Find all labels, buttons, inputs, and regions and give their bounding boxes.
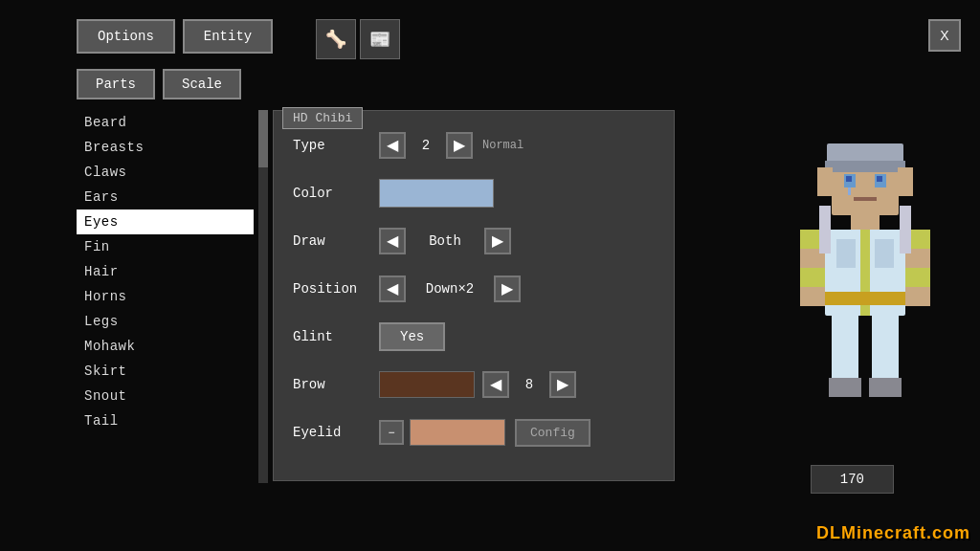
draw-label: Draw — [293, 233, 379, 249]
sidebar-item-skirt[interactable]: Skirt — [77, 359, 254, 384]
close-button[interactable]: X — [928, 19, 961, 52]
sidebar-item-fin[interactable]: Fin — [77, 234, 254, 259]
draw-value: Both — [412, 233, 479, 249]
type-next-button[interactable]: ▶ — [446, 132, 473, 159]
type-label: Type — [293, 138, 379, 153]
eyelid-color-swatch[interactable] — [410, 419, 505, 446]
sidebar-item-claws[interactable]: Claws — [77, 160, 254, 185]
parts-button[interactable]: Parts — [77, 69, 155, 99]
thumbnail-area: 🦴 📰 — [316, 19, 400, 59]
scale-button[interactable]: Scale — [163, 69, 241, 99]
type-prev-button[interactable]: ◀ — [379, 132, 406, 159]
scrollbar-thumb[interactable] — [258, 110, 268, 167]
svg-rect-9 — [817, 167, 833, 196]
eyelid-controls: − Config — [379, 419, 590, 447]
sidebar-item-eyes[interactable]: Eyes — [77, 209, 254, 234]
svg-rect-29 — [836, 239, 856, 268]
watermark: DLMinecraft.com — [816, 523, 970, 543]
svg-rect-13 — [851, 215, 880, 230]
svg-rect-30 — [875, 239, 894, 268]
color-row: Color — [293, 176, 655, 210]
character-preview — [779, 143, 951, 469]
position-row: Position ◀ Down×2 ▶ — [293, 272, 655, 306]
glint-row: Glint Yes — [293, 320, 655, 354]
position-prev-button[interactable]: ◀ — [379, 276, 406, 302]
entity-button[interactable]: Entity — [183, 19, 273, 54]
type-value: 2 — [412, 138, 440, 153]
sidebar: Beard Breasts Claws Ears Eyes Fin Hair H… — [77, 110, 254, 433]
brow-prev-button[interactable]: ◀ — [482, 371, 509, 398]
svg-rect-22 — [905, 268, 930, 287]
top-nav: Options Entity — [77, 19, 273, 54]
sidebar-item-mohawk[interactable]: Mohawk — [77, 334, 254, 359]
sidebar-item-hair[interactable]: Hair — [77, 259, 254, 284]
config-button[interactable]: Config — [515, 419, 590, 447]
sidebar-item-horns[interactable]: Horns — [77, 284, 254, 309]
brow-spinner: ◀ 8 ▶ — [482, 371, 576, 398]
svg-rect-7 — [848, 187, 851, 195]
svg-rect-12 — [880, 143, 894, 161]
position-control: ◀ Down×2 ▶ — [379, 276, 521, 302]
brow-color-swatch[interactable] — [379, 371, 475, 398]
brow-label: Brow — [293, 377, 379, 392]
position-value: Down×2 — [412, 281, 488, 297]
svg-rect-16 — [825, 292, 905, 305]
svg-rect-2 — [825, 161, 905, 172]
svg-rect-5 — [846, 176, 852, 182]
sidebar-item-ears[interactable]: Ears — [77, 185, 254, 209]
color-swatch[interactable] — [379, 179, 494, 208]
sidebar-item-legs[interactable]: Legs — [77, 309, 254, 334]
draw-next-button[interactable]: ▶ — [484, 228, 511, 254]
sidebar-item-snout[interactable]: Snout — [77, 384, 254, 408]
brow-row: Brow ◀ 8 ▶ — [293, 367, 655, 402]
svg-rect-11 — [836, 143, 850, 161]
type-row: Type ◀ 2 ▶ Normal — [293, 128, 655, 163]
svg-rect-8 — [854, 197, 877, 201]
sidebar-item-tail[interactable]: Tail — [77, 408, 254, 433]
svg-rect-25 — [829, 378, 861, 397]
draw-spinner: ◀ Both ▶ — [379, 228, 511, 254]
eyelid-row: Eyelid − Config — [293, 415, 655, 450]
draw-prev-button[interactable]: ◀ — [379, 228, 406, 254]
bottom-value-display: 170 — [811, 465, 894, 494]
brow-next-button[interactable]: ▶ — [549, 371, 576, 398]
main-panel: Type ◀ 2 ▶ Normal Color Draw ◀ Both ▶ Po… — [273, 110, 675, 481]
glint-button[interactable]: Yes — [379, 322, 445, 351]
svg-rect-19 — [800, 268, 825, 287]
type-sub-label: Normal — [482, 139, 523, 152]
eyelid-label: Eyelid — [293, 425, 379, 440]
sidebar-scrollbar[interactable] — [258, 110, 268, 483]
position-label: Position — [293, 281, 379, 297]
eyelid-minus-button[interactable]: − — [379, 420, 404, 445]
draw-row: Draw ◀ Both ▶ — [293, 224, 655, 258]
svg-rect-26 — [869, 378, 902, 397]
type-spinner: ◀ 2 ▶ Normal — [379, 132, 523, 159]
brow-value: 8 — [515, 377, 544, 392]
color-label: Color — [293, 186, 379, 201]
hd-chibi-badge: HD Chibi — [282, 107, 363, 129]
options-button[interactable]: Options — [77, 19, 175, 54]
bottom-value-text: 170 — [840, 472, 864, 487]
svg-rect-27 — [819, 206, 831, 253]
position-next-button[interactable]: ▶ — [494, 276, 521, 302]
sidebar-item-beard[interactable]: Beard — [77, 110, 254, 135]
svg-rect-6 — [877, 176, 882, 182]
thumb-box-1[interactable]: 🦴 — [316, 19, 356, 59]
glint-label: Glint — [293, 329, 379, 344]
sub-nav: Parts Scale — [77, 69, 241, 99]
thumb-box-2[interactable]: 📰 — [360, 19, 400, 59]
svg-rect-28 — [900, 206, 911, 253]
svg-rect-10 — [898, 167, 913, 196]
sidebar-item-breasts[interactable]: Breasts — [77, 135, 254, 160]
